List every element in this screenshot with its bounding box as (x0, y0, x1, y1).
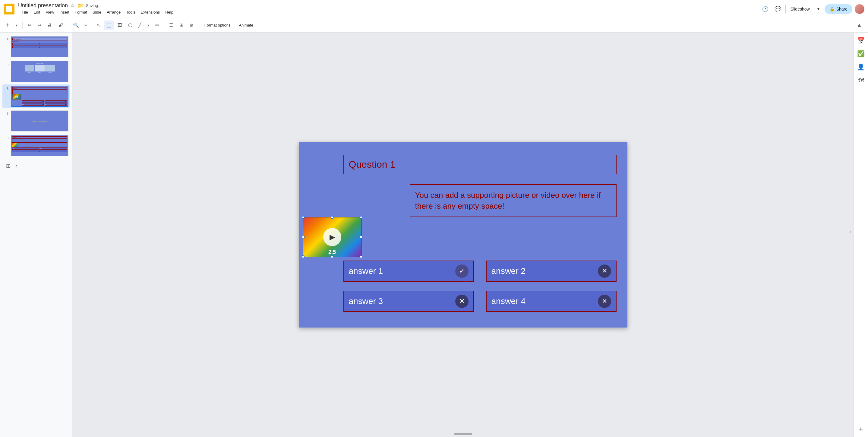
video-time: 2.5 (328, 249, 336, 255)
slide-number-7: 7 (4, 112, 8, 115)
slide-preview-6[interactable]: Question 1 You can add a supporting pict… (11, 86, 68, 107)
line-dropdown[interactable]: ▾ (145, 22, 152, 29)
resize-handle-tl[interactable] (302, 216, 305, 219)
contacts-icon-button[interactable]: 👤 (856, 62, 867, 72)
main-area: 4 Add Title Here Add Text Here... 5 (0, 33, 868, 437)
resize-handle-bl[interactable] (302, 255, 305, 258)
calendar-icon-button[interactable]: 📅 (856, 35, 867, 46)
history-button[interactable]: 🕐 (760, 4, 770, 14)
star-icon[interactable]: ☆ (70, 2, 75, 9)
maps-icon-button[interactable]: 🗺 (856, 75, 867, 86)
play-button-overlay[interactable]: ▶ (323, 228, 341, 246)
slide-number-8: 8 (4, 136, 8, 140)
answer-label-1: answer 1 (349, 266, 383, 276)
scroll-bar[interactable] (454, 433, 472, 435)
question-box[interactable]: Question 1 (343, 155, 617, 174)
slide-thumb-4[interactable]: 4 Add Title Here Add Text Here... (2, 35, 70, 59)
share-button[interactable]: 🔒 Share (825, 4, 852, 14)
slide-number-5: 5 (4, 62, 8, 66)
canvas-area[interactable]: Question 1 You can add a supporting pict… (72, 33, 854, 437)
x-icon-3: ✕ (459, 298, 465, 305)
resize-handle-mr[interactable] (360, 236, 362, 238)
user-avatar[interactable] (855, 4, 864, 14)
animate-button[interactable]: Animate (235, 21, 257, 29)
separator-5 (198, 22, 198, 29)
slide-thumb-7[interactable]: 7 Thank you for following along! (2, 109, 70, 133)
folder-icon[interactable]: 📁 (78, 3, 84, 8)
slide-preview-5[interactable]: Pictures Slide! caption 1 caption 2 capt… (11, 61, 68, 82)
menu-bar: File Edit View Insert Format Slide Arran… (18, 9, 177, 16)
grid-view-button[interactable]: ⊞ (5, 161, 12, 170)
sidebar-bottom: ⊞ ‹ (2, 159, 70, 173)
redo-button[interactable]: ↪ (35, 21, 44, 30)
answer-box-4[interactable]: answer 4 ✕ (486, 291, 617, 312)
slide-thumb-5[interactable]: 5 Pictures Slide! caption 1 caption 2 ca… (2, 60, 70, 83)
resize-handle-br[interactable] (360, 255, 362, 258)
toolbar-right: ▲ (854, 21, 864, 30)
slideshow-button-group: Slideshow ▾ (785, 4, 822, 14)
tasks-icon-button[interactable]: ✅ (856, 48, 867, 59)
collapse-toolbar-button[interactable]: ▲ (854, 21, 864, 30)
select-button[interactable]: ⬚ (104, 21, 114, 30)
slide-preview-8[interactable]: Question 1 You can add a supporting pict… (11, 135, 68, 156)
video-thumbnail[interactable]: ▶ 2.5 (303, 217, 362, 257)
document-title[interactable]: Untitled presentation (18, 2, 68, 9)
resize-handle-tm[interactable] (331, 216, 334, 219)
slide-panel: 4 Add Title Here Add Text Here... 5 (0, 33, 72, 437)
answer-box-3[interactable]: answer 3 ✕ (343, 291, 474, 312)
resize-handle-bm[interactable] (331, 255, 334, 258)
menu-insert[interactable]: Insert (57, 9, 72, 16)
answer-icon-1: ✓ (455, 264, 468, 278)
add-button[interactable]: + (4, 20, 12, 30)
slide-thumb-6[interactable]: 6 Question 1 You can add a supporting pi… (2, 85, 70, 108)
pen-button[interactable]: ✏ (153, 21, 162, 30)
answers-top-row: answer 1 ✓ answer 2 ✕ (343, 260, 617, 282)
answer-icon-4: ✕ (598, 295, 611, 308)
format-options-button[interactable]: Format options (201, 21, 234, 29)
menu-arrange[interactable]: Arrange (104, 9, 123, 16)
separator-1 (22, 22, 23, 29)
add-panel-button[interactable]: + (856, 424, 867, 435)
menu-slide[interactable]: Slide (90, 9, 104, 16)
resize-handle-ml[interactable] (302, 236, 305, 238)
menu-tools[interactable]: Tools (124, 9, 137, 16)
supporting-text-box[interactable]: You can add a supporting picture or vide… (410, 184, 617, 217)
slideshow-button[interactable]: Slideshow (786, 4, 815, 14)
distribute-button[interactable]: ⊞ (177, 21, 186, 30)
line-button[interactable]: ╱ (136, 21, 144, 30)
undo-button[interactable]: ↩ (25, 21, 34, 30)
menu-extensions[interactable]: Extensions (138, 9, 162, 16)
zoom-dropdown[interactable]: ▾ (83, 22, 89, 29)
menu-edit[interactable]: Edit (31, 9, 42, 16)
answer-label-2: answer 2 (491, 266, 526, 276)
answer-icon-2: ✕ (598, 264, 611, 278)
separator-3 (92, 22, 92, 29)
image-button[interactable]: 🖼 (115, 21, 125, 30)
slideshow-dropdown-button[interactable]: ▾ (815, 4, 822, 14)
menu-view[interactable]: View (43, 9, 56, 16)
paint-format-button[interactable]: 🖌 (56, 21, 65, 30)
expand-right-button[interactable]: › (849, 228, 851, 235)
answer-box-1[interactable]: answer 1 ✓ (343, 260, 474, 282)
cursor-button[interactable]: ↖ (94, 21, 103, 30)
answers-bottom-row: answer 3 ✕ answer 4 ✕ (343, 291, 617, 312)
print-button[interactable]: 🖨 (45, 21, 55, 30)
zoom-button[interactable]: 🔍 (70, 21, 82, 30)
menu-format[interactable]: Format (72, 9, 90, 16)
collapse-sidebar-button[interactable]: ‹ (14, 162, 19, 170)
answer-box-2[interactable]: answer 2 ✕ (486, 260, 617, 282)
insert-special-button[interactable]: ⊕ (187, 21, 196, 30)
align-button[interactable]: ☰ (167, 21, 176, 30)
shape-button[interactable]: ⬡ (126, 21, 135, 30)
slide-thumb-8[interactable]: 8 Question 1 You can add a supporting pi… (2, 134, 70, 157)
resize-handle-tr[interactable] (360, 216, 362, 219)
add-dropdown[interactable]: ▾ (13, 22, 20, 29)
separator-2 (68, 22, 68, 29)
menu-help[interactable]: Help (163, 9, 176, 16)
menu-file[interactable]: File (19, 9, 30, 16)
slide-number-6: 6 (4, 87, 8, 91)
slide-preview-7[interactable]: Thank you for following along! (11, 111, 68, 131)
slide-preview-4[interactable]: Add Title Here Add Text Here... (11, 36, 68, 57)
comment-button[interactable]: 💬 (773, 4, 783, 14)
x-icon-4: ✕ (602, 298, 607, 305)
